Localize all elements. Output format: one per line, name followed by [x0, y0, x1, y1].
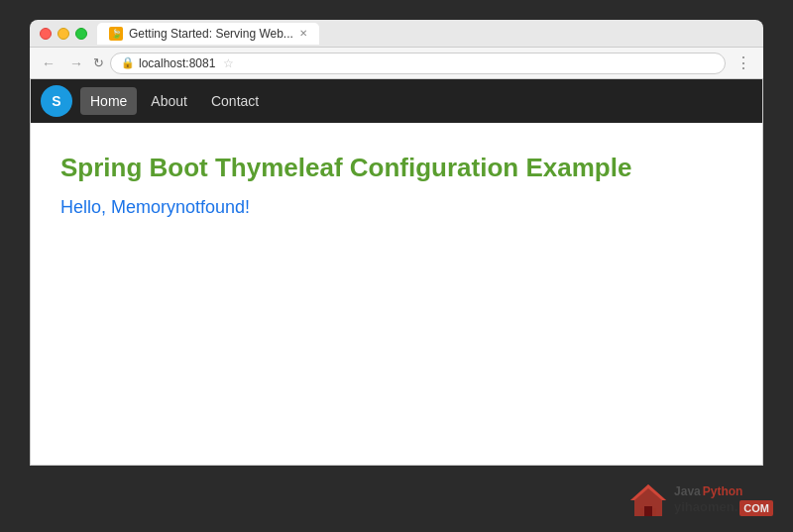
- page-title: Spring Boot Thymeleaf Configuration Exam…: [60, 153, 733, 183]
- url-text: localhost:8081: [139, 56, 215, 70]
- browser-content: S Home About Contact Spring Boot Thymele…: [30, 79, 763, 466]
- nav-link-about[interactable]: About: [141, 87, 197, 115]
- traffic-lights: [40, 28, 87, 40]
- site-logo: S: [41, 85, 72, 117]
- watermark: Java Python yihaomen. COM: [626, 479, 773, 522]
- tab-bar: 🍃 Getting Started: Serving Web... ✕: [97, 23, 753, 45]
- watermark-python: Python: [703, 484, 743, 500]
- page-subtitle: Hello, Memorynotfound!: [60, 197, 733, 218]
- watermark-java: Java: [674, 484, 701, 500]
- close-button[interactable]: [40, 28, 52, 40]
- watermark-com: COM: [739, 500, 773, 516]
- svg-rect-3: [640, 508, 643, 516]
- logo-letter: S: [52, 93, 60, 109]
- site-navbar: S Home About Contact: [31, 79, 762, 123]
- watermark-logo-icon: [626, 479, 670, 522]
- site-content: Spring Boot Thymeleaf Configuration Exam…: [31, 123, 762, 465]
- browser-tab[interactable]: 🍃 Getting Started: Serving Web... ✕: [97, 23, 319, 45]
- browser-menu-button[interactable]: ⋮: [732, 53, 755, 72]
- lock-icon: 🔒: [121, 56, 135, 69]
- minimize-button[interactable]: [57, 28, 69, 40]
- url-input[interactable]: 🔒 localhost:8081 ☆: [110, 53, 726, 74]
- back-button[interactable]: ←: [38, 53, 59, 73]
- address-bar: ← → ↻ 🔒 localhost:8081 ☆ ⋮: [30, 48, 763, 79]
- watermark-text: Java Python yihaomen. COM: [674, 484, 773, 516]
- maximize-button[interactable]: [75, 28, 87, 40]
- svg-rect-4: [653, 508, 656, 516]
- window-chrome: 🍃 Getting Started: Serving Web... ✕: [30, 20, 763, 48]
- nav-link-home[interactable]: Home: [80, 87, 137, 115]
- tab-favicon: 🍃: [109, 27, 123, 41]
- svg-rect-2: [644, 506, 652, 516]
- tab-close-button[interactable]: ✕: [299, 28, 307, 39]
- bookmark-icon[interactable]: ☆: [223, 56, 234, 70]
- nav-link-contact[interactable]: Contact: [201, 87, 269, 115]
- refresh-button[interactable]: ↻: [93, 55, 104, 70]
- tab-title: Getting Started: Serving Web...: [129, 27, 293, 41]
- watermark-site: yihaomen.: [674, 499, 737, 516]
- forward-button[interactable]: →: [65, 53, 87, 73]
